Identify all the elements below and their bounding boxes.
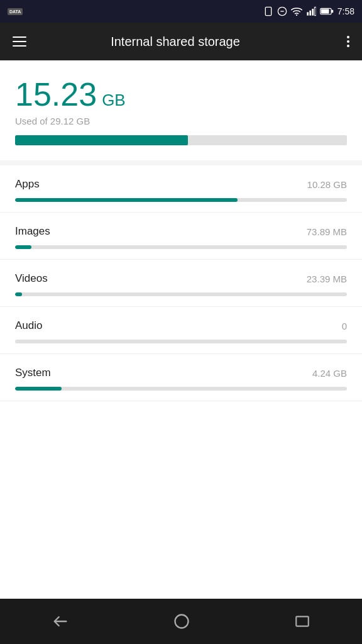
category-row-audio: Audio 0 [15,319,347,332]
svg-rect-6 [312,9,314,16]
category-bar-fill-apps [15,198,238,202]
svg-rect-12 [296,616,309,626]
svg-point-11 [175,615,188,628]
storage-number: 15.23 [15,78,97,111]
status-bar: DATA 7:58 [0,0,362,23]
category-row-system: System 4.24 GB [15,367,347,379]
phone-icon [263,6,273,16]
main-content: 15.23 GB Used of 29.12 GB Apps 10.28 GB … [0,60,362,599]
status-time: 7:58 [337,6,354,16]
category-bar-videos [15,292,347,296]
category-row-images: Images 73.89 MB [15,225,347,238]
dot-3 [347,45,349,47]
storage-total-text: Used of 29.12 GB [15,116,347,126]
category-row-videos: Videos 23.39 MB [15,272,347,285]
data-indicator: DATA [8,8,23,15]
category-name-audio: Audio [15,319,42,332]
toolbar: Internal shared storage [0,23,362,60]
status-bar-right: 7:58 [263,6,354,16]
more-options-button[interactable] [344,33,352,50]
dot-1 [347,36,349,38]
recent-button[interactable] [279,606,326,637]
storage-progress-bar [15,135,347,145]
category-name-apps: Apps [15,178,40,191]
recent-icon [294,613,310,630]
category-item-system[interactable]: System 4.24 GB [0,354,362,401]
category-item-audio[interactable]: Audio 0 [0,307,362,354]
storage-summary: 15.23 GB Used of 29.12 GB [0,60,362,160]
home-button[interactable] [158,605,206,638]
dnd-icon [277,6,287,16]
category-size-videos: 23.39 MB [307,274,347,284]
category-size-system: 4.24 GB [312,368,347,379]
wifi-icon [291,6,302,16]
category-bar-system [15,387,347,391]
category-name-videos: Videos [15,272,48,285]
category-bar-fill-images [15,245,31,249]
category-size-audio: 0 [342,321,347,331]
category-size-images: 73.89 MB [307,226,347,237]
svg-rect-10 [321,9,329,13]
category-name-system: System [15,367,51,379]
svg-rect-7 [314,7,316,15]
nav-bar [0,599,362,644]
toolbar-title: Internal shared storage [19,35,332,49]
svg-rect-4 [307,12,309,15]
category-item-videos[interactable]: Videos 23.39 MB [0,260,362,307]
svg-rect-9 [331,10,333,13]
category-bar-images [15,245,347,249]
svg-rect-0 [265,7,271,15]
home-icon [173,613,190,630]
battery-icon [320,7,334,16]
back-button[interactable] [36,605,84,638]
storage-used-amount: 15.23 GB [15,78,347,111]
category-name-images: Images [15,225,50,238]
category-bar-audio [15,340,347,343]
storage-unit: GB [102,91,126,110]
category-item-images[interactable]: Images 73.89 MB [0,213,362,260]
category-bar-apps [15,198,347,202]
dot-2 [347,40,349,43]
category-list: Apps 10.28 GB Images 73.89 MB Videos 23.… [0,165,362,599]
svg-rect-5 [309,11,311,16]
category-size-apps: 10.28 GB [307,179,347,190]
back-icon [52,613,69,630]
svg-point-3 [296,14,297,16]
signal-icon [306,6,316,16]
category-row-apps: Apps 10.28 GB [15,178,347,191]
category-bar-fill-system [15,387,62,391]
storage-progress-fill [15,135,188,145]
status-bar-left: DATA [8,8,23,15]
category-bar-fill-videos [15,292,22,296]
category-item-apps[interactable]: Apps 10.28 GB [0,165,362,213]
